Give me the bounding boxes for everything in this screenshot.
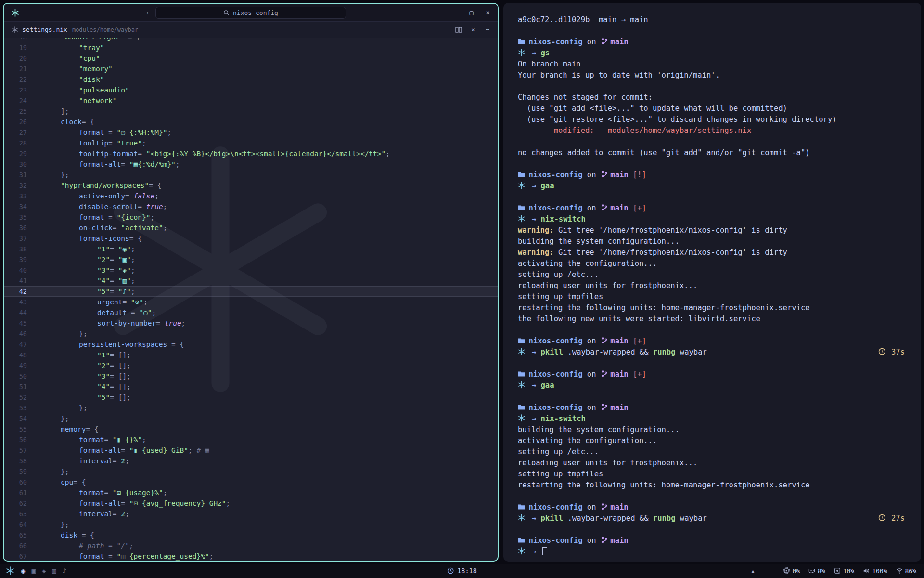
volume-module[interactable]: 100% [863, 567, 887, 575]
code-line-20[interactable]: 20"cpu" [4, 53, 498, 64]
code-line-55[interactable]: 55memory= { [4, 424, 498, 434]
code-line-54[interactable]: 54}; [4, 413, 498, 424]
command-center-search[interactable]: nixos-config [155, 7, 346, 19]
indent-guide [61, 434, 79, 445]
code-line-46[interactable]: 46}; [4, 328, 498, 339]
code-line-22[interactable]: 22"disk" [4, 74, 498, 85]
tab-filename[interactable]: settings.nix [22, 26, 67, 33]
line-number: 19 [4, 42, 35, 53]
nixos-launcher-icon[interactable] [6, 566, 14, 575]
workspace-3[interactable]: ◈ [42, 567, 46, 575]
text-token: ; [125, 457, 129, 465]
minimize-button[interactable]: – [453, 9, 457, 16]
text-token: Git tree '/home/frostphoenix/nixos-confi… [554, 248, 787, 257]
code-line-19[interactable]: 19"tray" [4, 42, 498, 53]
text-token: = [125, 192, 133, 200]
code-line-38[interactable]: 38"1"= "◉"; [4, 244, 498, 254]
code-line-30[interactable]: 30format-alt= "▦{:%d/%m}"; [4, 159, 498, 170]
workspace-2[interactable]: ▣ [31, 567, 35, 575]
branch-icon [601, 204, 608, 212]
code-line-31[interactable]: 31}; [4, 170, 498, 180]
code-line-42[interactable]: 42"5"= "♪"; [4, 286, 498, 297]
workspace-1[interactable]: ◉ [21, 567, 25, 575]
code-line-39[interactable]: 39"2"= "▣"; [4, 254, 498, 265]
close-button[interactable]: × [486, 9, 490, 16]
text-token: ; [163, 489, 167, 497]
code-line-25[interactable]: 25]; [4, 106, 498, 117]
indent-guide [61, 276, 79, 286]
code-line-66[interactable]: 66# path = "/"; [4, 540, 498, 551]
text-token: format [79, 552, 104, 560]
line-number: 29 [4, 148, 35, 159]
text-token: = [110, 383, 118, 391]
terminal-window[interactable]: a9c0c72..d11029b main → mainnixos-config… [503, 3, 921, 562]
tray-arrow-icon[interactable]: ▲ [751, 568, 754, 574]
code-line-37[interactable]: 37format-icons= { [4, 233, 498, 244]
code-line-61[interactable]: 61format= "⊡ {usage}%"; [4, 487, 498, 498]
text-token: memory [61, 425, 86, 433]
code-line-18[interactable]: 18"modules-right" = [ [4, 38, 498, 42]
code-line-67[interactable]: 67format = "◫ {percentage_used}%"; [4, 551, 498, 561]
code-line-49[interactable]: 49"2"= []; [4, 360, 498, 371]
indent-guide [61, 381, 79, 392]
code-line-65[interactable]: 65disk = { [4, 530, 498, 540]
code-line-36[interactable]: 36on-click= "activate"; [4, 223, 498, 233]
code-line-29[interactable]: 29tooltip-format= "<big>{:%Y %B}</big>\n… [4, 148, 498, 159]
code-line-50[interactable]: 50"3"= []; [4, 371, 498, 381]
code-line-48[interactable]: 48"1"= []; [4, 350, 498, 360]
code-line-60[interactable]: 60cpu= { [4, 477, 498, 487]
code-line-40[interactable]: 40"3"= "◈"; [4, 265, 498, 276]
code-line-44[interactable]: 44default = "○"; [4, 307, 498, 318]
code-line-content: format = "◫ {percentage_used}%"; [61, 551, 498, 561]
code-line-53[interactable]: 53}; [4, 403, 498, 413]
code-line-content: interval= 2; [61, 456, 498, 466]
cpu-module[interactable]: 0% [783, 567, 800, 575]
split-editor-icon[interactable] [455, 26, 462, 33]
workspace-4[interactable]: ▥ [52, 567, 56, 575]
memory-module[interactable]: 8% [808, 567, 825, 575]
more-actions-button[interactable]: ⋯ [484, 26, 491, 33]
code-line-24[interactable]: 24"network" [4, 95, 498, 106]
nav-back-button[interactable]: ← [146, 8, 151, 17]
network-module[interactable]: 86% [896, 567, 916, 575]
clock-module[interactable]: 18:18 [447, 567, 477, 575]
code-line-21[interactable]: 21"memory" [4, 64, 498, 74]
disk-module[interactable]: 10% [834, 567, 854, 575]
code-line-34[interactable]: 34disable-scroll= true; [4, 201, 498, 212]
code-line-26[interactable]: 26clock= { [4, 117, 498, 127]
workspace-5[interactable]: ♪ [63, 567, 66, 575]
code-line-58[interactable]: 58interval= 2; [4, 456, 498, 466]
text-token: Your branch is up to date with 'origin/m… [518, 71, 720, 79]
code-line-62[interactable]: 62format-alt= "⊡ {avg_frequency} GHz"; [4, 498, 498, 509]
code-line-64[interactable]: 64}; [4, 519, 498, 530]
code-line-27[interactable]: 27format = "◷ {:%H:%M}"; [4, 127, 498, 138]
text-token: (use "git add <file>..." to update what … [518, 104, 787, 113]
text-token: = [104, 213, 116, 221]
code-line-content: "1"= "◉"; [61, 244, 498, 254]
code-line-52[interactable]: 52"5"= []; [4, 392, 498, 403]
code-line-57[interactable]: 57format-alt= "▮ {used} GiB"; # ▦ [4, 445, 498, 456]
text-token: clock [61, 118, 82, 126]
code-line-content: persistent-workspaces = { [61, 339, 498, 350]
code-line-63[interactable]: 63interval= 2; [4, 509, 498, 519]
code-line-43[interactable]: 43urgent= "⊙"; [4, 297, 498, 307]
editor-titlebar: ← → nixos-config – ▢ × [4, 4, 498, 22]
code-line-56[interactable]: 56format= "▮ {}%"; [4, 434, 498, 445]
terminal-line: building the system configuration... [518, 236, 921, 247]
code-line-35[interactable]: 35format = "{icon}"; [4, 212, 498, 223]
code-line-59[interactable]: 59}; [4, 466, 498, 477]
maximize-button[interactable]: ▢ [469, 9, 473, 16]
code-line-content: "3"= []; [61, 371, 498, 381]
code-line-32[interactable]: 32"hyprland/workspaces"= { [4, 180, 498, 191]
editor-pane[interactable]: 18"modules-right" = [19"tray"20"cpu"21"m… [4, 38, 498, 561]
code-line-28[interactable]: 28tooltip= "true"; [4, 138, 498, 148]
code-line-47[interactable]: 47persistent-workspaces = { [4, 339, 498, 350]
code-line-51[interactable]: 51"4"= []; [4, 381, 498, 392]
tab-close-button[interactable]: × [470, 26, 476, 33]
code-line-45[interactable]: 45sort-by-number= true; [4, 318, 498, 328]
code-line-23[interactable]: 23"pulseaudio" [4, 85, 498, 95]
text-token: ♪ [122, 288, 127, 295]
code-line-33[interactable]: 33active-only= false; [4, 191, 498, 201]
code-line-41[interactable]: 41"4"= "▥"; [4, 276, 498, 286]
text-token: " [127, 266, 131, 274]
